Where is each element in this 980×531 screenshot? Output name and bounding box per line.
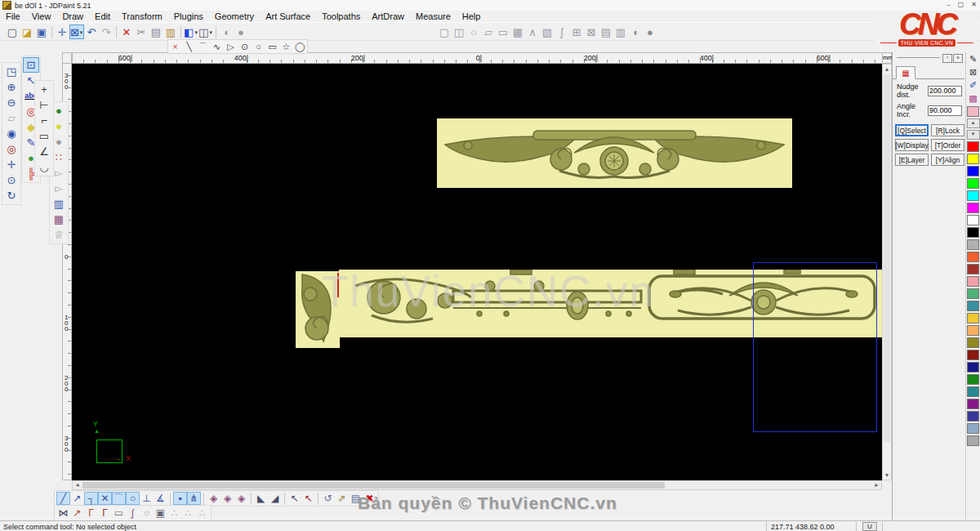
slope-tool-icon[interactable]: ⇗: [335, 492, 349, 505]
columns-icon[interactable]: ▥: [613, 25, 628, 39]
palette-color-swatch[interactable]: [967, 203, 979, 213]
arc-tool-icon[interactable]: ⌒: [196, 41, 210, 52]
render-mode-icon-dropdown[interactable]: ▾: [208, 29, 213, 35]
relief-half-right-icon[interactable]: ●: [643, 25, 657, 39]
distance-measure-icon[interactable]: ⊢: [36, 97, 52, 113]
palette-color-swatch[interactable]: [967, 190, 979, 201]
distribute-icon[interactable]: ◫: [452, 25, 466, 39]
palette-color-swatch[interactable]: [967, 264, 979, 274]
drawing-canvas[interactable]: ThuVienCNC.vn Y ▲ X →: [72, 64, 882, 480]
refresh-view-icon[interactable]: ↻: [3, 188, 20, 203]
snap-circle-icon[interactable]: ○: [126, 492, 140, 505]
scroll-up-arrow[interactable]: ▲: [883, 65, 891, 74]
rectangle-tool-icon[interactable]: ▭: [265, 41, 279, 52]
palette-color-swatch[interactable]: [967, 411, 979, 422]
relief-preview-icon[interactable]: ◖: [219, 25, 234, 39]
surface-tool-1-icon[interactable]: ◈: [207, 492, 220, 505]
pan-view-icon[interactable]: ▱: [3, 110, 20, 126]
ellipse-dim-icon[interactable]: ○: [140, 506, 154, 520]
palette-color-swatch[interactable]: [967, 252, 979, 262]
palette-color-swatch[interactable]: [967, 301, 979, 311]
pick-add-icon[interactable]: ↖: [287, 492, 301, 505]
palette-color-swatch[interactable]: [967, 399, 979, 409]
select-tool-icon[interactable]: ⊡: [23, 57, 39, 73]
book-icon[interactable]: ▥: [51, 196, 67, 212]
relief-half-left-icon[interactable]: ◖: [628, 25, 643, 39]
palette-color-swatch[interactable]: [967, 350, 979, 360]
mode-button-rlock[interactable]: [R]Lock: [931, 124, 964, 136]
brush-tool-icon[interactable]: ✐: [967, 79, 980, 91]
menu-measure[interactable]: Measure: [410, 11, 457, 21]
grid-fill-icon[interactable]: ▦: [510, 25, 525, 39]
menu-toolpaths[interactable]: Toolpaths: [316, 11, 366, 21]
menu-draw[interactable]: Draw: [56, 11, 89, 21]
restore-button[interactable]: ▢: [958, 1, 964, 8]
step-profile-icon[interactable]: ⌐: [36, 113, 52, 128]
render-mode-icon[interactable]: ◫▾: [198, 25, 213, 39]
selection-rectangle[interactable]: [753, 262, 877, 432]
menu-view[interactable]: View: [26, 11, 57, 21]
scroll-up-button[interactable]: ▲: [967, 118, 980, 128]
angle-increment-input[interactable]: [928, 105, 962, 116]
surface-tool-2-icon[interactable]: ◈: [220, 492, 234, 505]
combine-icon[interactable]: ⊞: [569, 25, 584, 39]
close-button[interactable]: ✕: [971, 1, 977, 8]
shear-icon[interactable]: ▱: [481, 25, 496, 39]
undo-icon[interactable]: ↶: [84, 25, 99, 39]
ghost-front-icon[interactable]: ▻: [51, 181, 67, 196]
zoom-object-icon[interactable]: ◎: [3, 141, 20, 157]
mode-button-qselect[interactable]: [Q]Select: [895, 124, 929, 136]
select-box-icon[interactable]: ⊠▾: [69, 25, 84, 39]
no-color-icon[interactable]: ⊠: [967, 66, 980, 78]
panel-grip[interactable]: [897, 57, 940, 60]
pen-tool-icon[interactable]: ✎: [967, 53, 980, 65]
palette-color-swatch[interactable]: [967, 362, 979, 373]
horizontal-scroll-thumb[interactable]: [82, 482, 665, 489]
zoom-out-icon[interactable]: ⊖: [3, 95, 20, 110]
mill-flat-icon[interactable]: ◣: [254, 492, 268, 505]
array-2-icon[interactable]: ∴: [181, 506, 195, 520]
mode-button-wdisplay[interactable]: [W]Display: [895, 139, 929, 151]
curve-warp-icon[interactable]: ∫: [555, 25, 569, 39]
pick-remove-icon[interactable]: ↖: [301, 492, 315, 505]
unit-toggle-button[interactable]: U: [862, 522, 877, 531]
fillet-icon[interactable]: Γ: [84, 506, 98, 520]
scroll-down-arrow[interactable]: ▼: [883, 471, 891, 480]
move-view-icon[interactable]: ✛: [3, 157, 20, 172]
menu-art-surface[interactable]: Art Surface: [260, 11, 316, 21]
zoom-in-icon[interactable]: ⊕: [3, 79, 20, 95]
palette-color-swatch[interactable]: [967, 288, 979, 299]
ellipse-tool-icon[interactable]: ○: [252, 41, 265, 52]
mode-button-yalign[interactable]: [Y]Align: [931, 154, 964, 166]
cut-icon[interactable]: ✂: [134, 25, 149, 39]
select-box-icon-dropdown[interactable]: ▾: [79, 29, 83, 35]
polygon-tool-icon[interactable]: ▷: [224, 41, 238, 52]
circle-tool-icon[interactable]: ◯: [293, 41, 307, 52]
snap-node-icon[interactable]: ↗: [70, 492, 84, 505]
hatch-icon[interactable]: ▧: [540, 25, 555, 39]
copy-icon[interactable]: ▤: [149, 25, 163, 39]
panel-restore-button[interactable]: ▫: [942, 54, 952, 63]
spline-edit-icon[interactable]: ∫: [126, 506, 140, 520]
vertical-scroll-thumb[interactable]: [884, 74, 890, 442]
surface-tool-3-icon[interactable]: ◈: [234, 492, 248, 505]
snap-perpendicular-icon[interactable]: ⊥: [140, 492, 154, 505]
mode-button-torder[interactable]: [T]Order: [931, 139, 964, 151]
new-file-icon[interactable]: ▢: [5, 25, 20, 39]
horizontal-scrollbar[interactable]: ◄ ►: [72, 480, 882, 490]
palette-color-swatch[interactable]: [967, 423, 979, 434]
current-color-swatch[interactable]: [967, 106, 979, 117]
arc-measure-icon[interactable]: ◡: [36, 159, 52, 175]
menu-file[interactable]: File: [0, 11, 26, 21]
palette-color-swatch[interactable]: [967, 166, 979, 176]
palette-color-swatch[interactable]: [967, 337, 979, 348]
nudge-distance-input[interactable]: [928, 86, 962, 96]
scroll-left-arrow[interactable]: ◄: [73, 481, 82, 489]
palette-color-swatch[interactable]: [967, 141, 979, 152]
show-object-icon[interactable]: ◉: [3, 126, 20, 141]
snap-grid-icon[interactable]: ▪: [173, 492, 187, 505]
crown-icon[interactable]: ♕: [51, 227, 67, 243]
corner-box-icon[interactable]: ▭: [112, 506, 126, 520]
rotate-step-icon[interactable]: ↺: [321, 492, 335, 505]
view-3d-icon[interactable]: ◧▾: [184, 25, 198, 39]
